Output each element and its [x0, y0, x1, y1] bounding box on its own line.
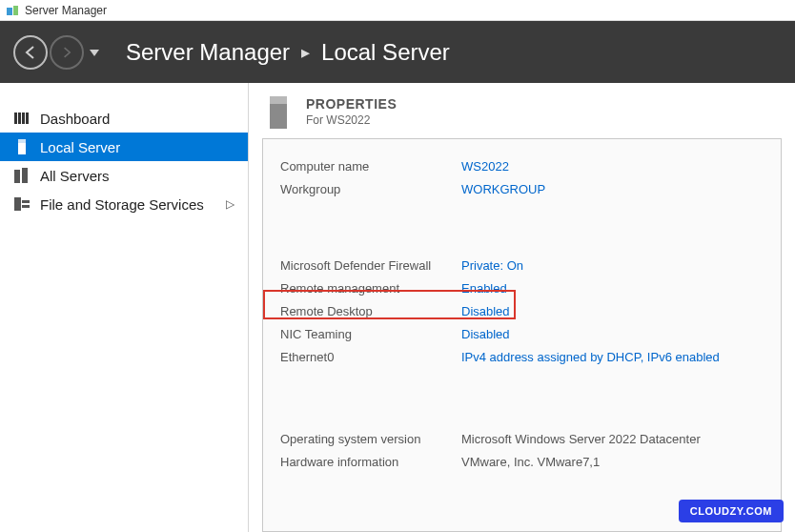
content-area: Dashboard Local Server All Servers File … [0, 83, 795, 532]
properties-box: Computer name WS2022 Workgroup WORKGROUP… [262, 138, 782, 532]
sidebar-item-label: File and Storage Services [40, 196, 204, 213]
properties-title: PROPERTIES [306, 96, 397, 112]
firewall-link[interactable]: Private: On [461, 258, 523, 273]
prop-row-os-version: Operating system version Microsoft Windo… [280, 427, 764, 450]
prop-label: Workgroup [280, 182, 461, 196]
sidebar: Dashboard Local Server All Servers File … [0, 83, 249, 532]
server-glyph-icon [262, 96, 295, 129]
sidebar-item-local-server[interactable]: Local Server [0, 133, 248, 161]
sidebar-item-dashboard[interactable]: Dashboard [0, 104, 248, 133]
breadcrumb-root[interactable]: Server Manager [126, 39, 290, 66]
prop-label: Hardware information [280, 455, 461, 469]
svg-rect-2 [14, 113, 17, 124]
computer-name-link[interactable]: WS2022 [461, 159, 509, 174]
back-button[interactable] [13, 35, 48, 70]
forward-button[interactable] [50, 35, 84, 70]
hardware-value: VMware, Inc. VMware7,1 [461, 455, 600, 469]
local-server-icon [13, 139, 31, 154]
breadcrumb-current: Local Server [321, 39, 450, 66]
svg-rect-10 [14, 197, 21, 211]
prop-label: Ethernet0 [280, 350, 461, 364]
breadcrumb: Server Manager ▸ Local Server [126, 39, 450, 66]
properties-subtitle: For WS2022 [306, 113, 397, 127]
sidebar-item-label: All Servers [40, 168, 110, 184]
prop-row-remote-management: Remote management Enabled [280, 276, 764, 299]
svg-rect-5 [26, 113, 29, 124]
sidebar-item-label: Local Server [40, 139, 120, 155]
remote-desktop-link[interactable]: Disabled [461, 304, 510, 318]
remote-management-link[interactable]: Enabled [461, 281, 507, 296]
nav-buttons [13, 35, 99, 70]
prop-row-computer-name: Computer name WS2022 [280, 154, 764, 177]
breadcrumb-separator-icon: ▸ [301, 42, 310, 63]
prop-row-workgroup: Workgroup WORKGROUP [280, 177, 764, 200]
history-dropdown-icon[interactable] [90, 44, 99, 61]
prop-label: NIC Teaming [280, 327, 461, 341]
prop-label: Remote Desktop [280, 304, 461, 318]
prop-row-ethernet: Ethernet0 IPv4 address assigned by DHCP,… [280, 345, 764, 368]
prop-row-hardware: Hardware information VMware, Inc. VMware… [280, 450, 764, 473]
window-title: Server Manager [25, 4, 107, 17]
svg-rect-8 [14, 170, 20, 183]
server-manager-app-icon [6, 4, 19, 17]
workgroup-link[interactable]: WORKGROUP [461, 182, 545, 196]
prop-row-remote-desktop: Remote Desktop Disabled [280, 299, 764, 322]
svg-rect-9 [22, 168, 28, 183]
prop-row-firewall: Microsoft Defender Firewall Private: On [280, 254, 764, 276]
properties-header: PROPERTIES For WS2022 [262, 96, 782, 129]
chevron-right-icon: ▷ [226, 197, 234, 211]
file-storage-icon [13, 196, 31, 212]
dashboard-icon [13, 111, 31, 126]
nic-teaming-link[interactable]: Disabled [461, 327, 510, 341]
sidebar-item-file-storage[interactable]: File and Storage Services ▷ [0, 190, 248, 218]
all-servers-icon [13, 168, 31, 183]
window-titlebar: Server Manager [0, 0, 795, 21]
prop-label: Operating system version [280, 432, 461, 446]
prop-label: Computer name [280, 159, 461, 174]
prop-row-nic-teaming: NIC Teaming Disabled [280, 322, 764, 345]
main-panel: PROPERTIES For WS2022 Computer name WS20… [249, 83, 795, 532]
prop-label: Remote management [280, 281, 461, 296]
sidebar-item-label: Dashboard [40, 111, 110, 127]
ethernet-link[interactable]: IPv4 address assigned by DHCP, IPv6 enab… [461, 350, 720, 364]
svg-rect-4 [22, 113, 25, 124]
header-bar: Server Manager ▸ Local Server [0, 21, 795, 83]
svg-rect-14 [270, 96, 287, 104]
os-version-value: Microsoft Windows Server 2022 Datacenter [461, 432, 701, 446]
prop-label: Microsoft Defender Firewall [280, 258, 461, 273]
sidebar-item-all-servers[interactable]: All Servers [0, 161, 248, 190]
svg-rect-1 [13, 6, 18, 15]
svg-rect-12 [22, 205, 30, 208]
svg-rect-11 [22, 200, 30, 203]
svg-rect-3 [18, 113, 21, 124]
svg-rect-7 [18, 139, 26, 143]
svg-rect-0 [7, 8, 12, 15]
watermark-badge: CLOUDZY.COM [679, 500, 784, 522]
